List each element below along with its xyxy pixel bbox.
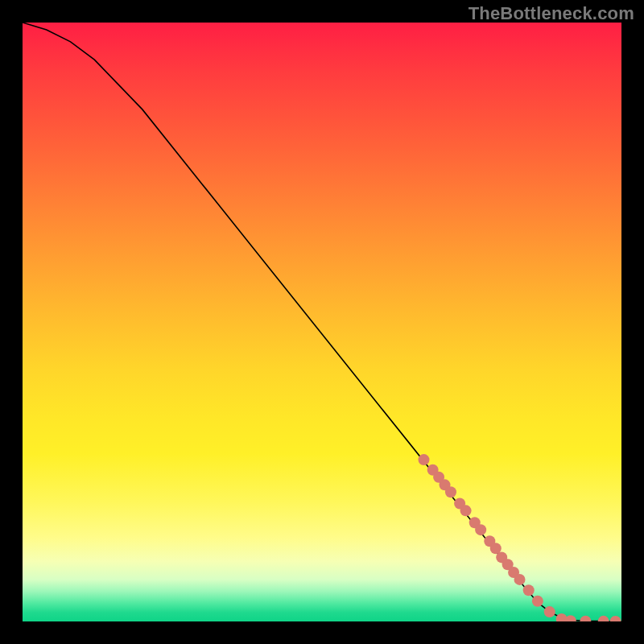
data-point xyxy=(580,616,591,621)
data-point xyxy=(598,616,609,621)
plot-area xyxy=(23,23,621,621)
data-point xyxy=(454,497,465,509)
data-point xyxy=(440,479,451,490)
data-point xyxy=(490,543,502,554)
data-point xyxy=(514,574,526,585)
data-point xyxy=(460,505,472,516)
data-point xyxy=(475,524,486,535)
data-point xyxy=(502,559,514,570)
data-point xyxy=(610,616,621,621)
data-point xyxy=(445,486,456,497)
chart-container: TheBottleneck.com xyxy=(0,0,644,644)
data-point xyxy=(469,517,481,528)
data-point xyxy=(427,464,439,476)
data-point xyxy=(532,596,543,607)
data-point-group xyxy=(418,454,621,621)
watermark-label: TheBottleneck.com xyxy=(469,3,634,24)
data-point xyxy=(418,454,429,465)
data-point xyxy=(565,615,576,621)
data-point xyxy=(544,606,555,617)
data-point xyxy=(484,535,495,547)
chart-overlay xyxy=(23,23,621,621)
bottleneck-curve xyxy=(23,23,621,621)
data-point xyxy=(556,613,568,621)
data-point xyxy=(496,551,507,563)
data-point xyxy=(523,584,535,596)
data-point xyxy=(508,567,519,578)
data-point xyxy=(433,472,444,483)
